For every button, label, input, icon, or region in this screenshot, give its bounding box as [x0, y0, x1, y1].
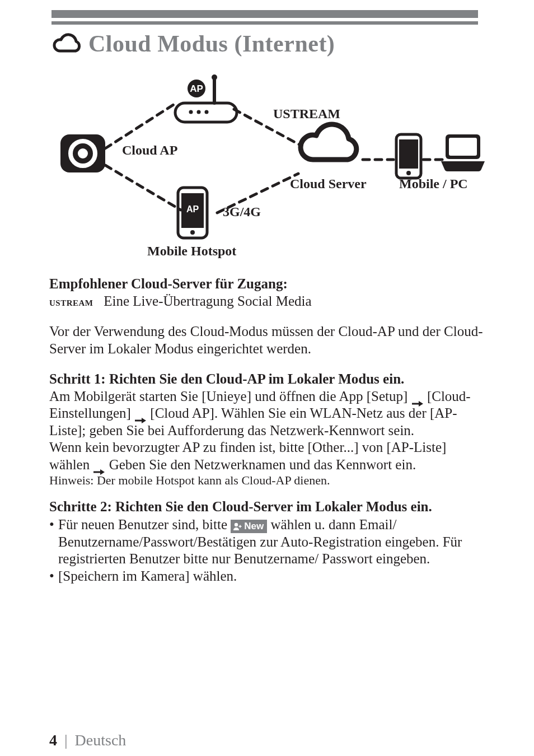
arrow-icon: [411, 394, 424, 401]
label-cloud-server: Cloud Server: [290, 176, 367, 192]
recommended-heading: Empfohlener Cloud-Server für Zugang:: [49, 276, 489, 293]
arrow-icon: [134, 411, 147, 418]
intro-text: Vor der Verwendung des Cloud-Modus müsse…: [49, 323, 489, 357]
label-mobile-pc: Mobile / PC: [399, 176, 468, 192]
page-title: Cloud Modus (Internet): [88, 30, 335, 57]
cloud-icon: [49, 32, 84, 55]
svg-point-10: [189, 110, 193, 114]
network-diagram: AP AP: [49, 67, 486, 269]
step1-note: Hinweis: Der mobile Hotspot kann als Clo…: [49, 473, 489, 488]
footer-language: Deutsch: [75, 731, 127, 749]
label-3g4g: 3G/4G: [223, 204, 261, 220]
svg-text:AP: AP: [186, 204, 199, 214]
svg-line-0: [105, 104, 175, 148]
step1-heading: Schritt 1: Richten Sie den Cloud-AP im L…: [49, 371, 489, 388]
page-footer: 4 | Deutsch: [49, 731, 126, 749]
svg-point-8: [78, 148, 88, 158]
step2-heading: Schritte 2: Richten Sie den Cloud-Server…: [49, 498, 489, 516]
step1-body-2: Wenn kein bevorzugter AP zu finden ist, …: [49, 439, 489, 473]
svg-point-11: [197, 110, 201, 114]
step2-bullet-1: • Für neuen Benutzer sind, bitte New wäh…: [49, 516, 489, 568]
label-cloud-ap: Cloud AP: [122, 143, 177, 158]
label-mobile-hotspot: Mobile Hotspot: [147, 244, 236, 259]
ustream-brand: ustream: [49, 295, 93, 309]
label-ustream: USTREAM: [273, 106, 340, 122]
header-bars: [51, 10, 478, 25]
arrow-icon: [93, 463, 105, 469]
footer-sep: |: [64, 731, 68, 749]
step1-body-1: Am Mobilgerät starten Sie [Unieye] und ö…: [49, 388, 489, 440]
svg-rect-26: [449, 138, 477, 156]
page-title-row: Cloud Modus (Internet): [49, 30, 489, 57]
svg-rect-23: [399, 139, 418, 169]
svg-point-19: [190, 230, 195, 235]
recommended-desc: Eine Live-Übertragung Social Media: [104, 293, 311, 309]
svg-point-12: [205, 110, 209, 114]
svg-line-1: [105, 165, 181, 210]
step2-bullet-2: • [Speichern im Kamera] wählen.: [49, 568, 489, 585]
svg-text:AP: AP: [190, 83, 203, 94]
svg-point-14: [212, 74, 217, 80]
person-plus-icon: [233, 522, 242, 531]
new-badge: New: [231, 520, 267, 533]
svg-point-30: [235, 522, 238, 526]
svg-rect-32: [240, 525, 241, 528]
recommended-line: ustream Eine Live-Übertragung Social Med…: [49, 293, 489, 310]
page-number: 4: [49, 731, 57, 749]
svg-point-24: [406, 171, 411, 175]
